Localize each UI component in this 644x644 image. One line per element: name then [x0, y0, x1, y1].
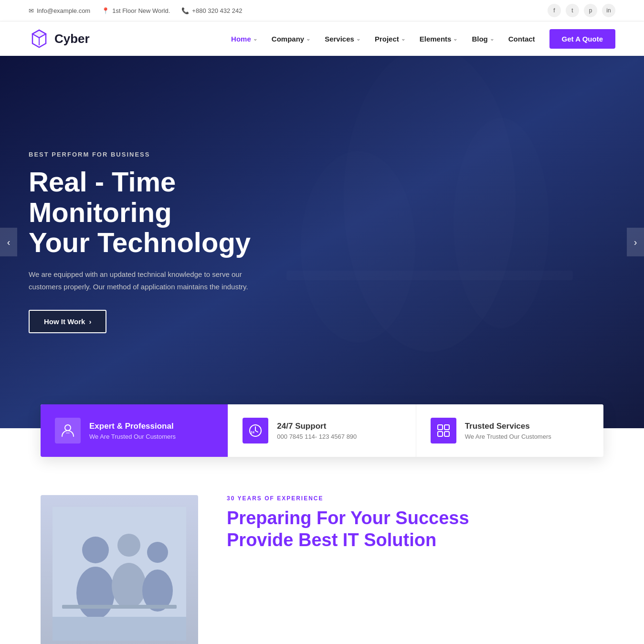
arrow-right-icon: › [89, 317, 91, 326]
nav-item-home[interactable]: Home ⌄ [231, 35, 257, 43]
feature-item-support: 24 24/7 Support 000 7845 114- 123 4567 8… [228, 404, 416, 457]
svg-point-17 [112, 563, 146, 609]
how-it-work-button[interactable]: How It Work › [29, 310, 106, 333]
phone-text: +880 320 432 242 [192, 7, 242, 14]
svg-point-18 [147, 542, 168, 563]
linkedin-icon[interactable]: in [602, 4, 615, 17]
arrow-left-icon: ‹ [7, 237, 11, 248]
chevron-down-icon: ⌄ [401, 36, 405, 42]
hero-prev-button[interactable]: ‹ [0, 228, 17, 256]
chevron-down-icon: ⌄ [356, 36, 360, 42]
chevron-down-icon: ⌄ [253, 36, 257, 42]
svg-text:24: 24 [251, 431, 254, 434]
hero-subtitle: BEST PERFORM FOR BUSINESS [29, 151, 306, 158]
top-bar-contact: ✉ Info@example.com 📍 1st Floor New World… [29, 7, 243, 14]
feature-desc-trusted: We Are Trusted Our Customers [465, 433, 551, 440]
clock-icon: 24 [248, 423, 263, 438]
expert-icon-box [55, 418, 81, 443]
svg-rect-12 [444, 432, 449, 436]
svg-rect-6 [66, 433, 70, 433]
feature-desc-support: 000 7845 114- 123 4567 890 [277, 433, 357, 440]
logo-text: Cyber [54, 32, 90, 46]
email-text: Info@example.com [37, 7, 90, 14]
chevron-down-icon: ⌄ [453, 36, 457, 42]
nav-item-contact[interactable]: Contact [508, 35, 535, 43]
feature-text-support: 24/7 Support 000 7845 114- 123 4567 890 [277, 422, 357, 440]
feature-title-trusted: Trusted Services [465, 422, 551, 431]
about-content: 30 YEARS OF EXPERIENCE Preparing For You… [227, 495, 603, 560]
arrow-right-icon: › [634, 237, 637, 248]
svg-rect-10 [444, 425, 449, 430]
phone-info: 📞 +880 320 432 242 [181, 7, 242, 14]
address-info: 📍 1st Floor New World. [102, 7, 170, 14]
social-links: f t p in [548, 4, 615, 17]
location-icon: 📍 [102, 7, 109, 14]
nav-item-company[interactable]: Company ⌄ [272, 35, 310, 43]
trusted-icon-box [431, 418, 456, 443]
pinterest-icon[interactable]: p [584, 4, 597, 17]
hero-section: ‹ BEST PERFORM FOR BUSINESS Real - Time … [0, 56, 644, 428]
support-icon-box: 24 [243, 418, 268, 443]
svg-point-15 [76, 567, 115, 619]
about-people-svg [53, 507, 186, 641]
features-bar: Expert & Professional We Are Trusted Our… [41, 404, 603, 457]
logo-icon [29, 28, 50, 49]
feature-item-expert: Expert & Professional We Are Trusted Our… [41, 404, 228, 457]
hero-title: Real - Time Monitoring Your Technology [29, 167, 306, 258]
about-image [41, 495, 198, 644]
settings-icon [436, 423, 451, 438]
feature-desc-expert: We Are Trusted Our Customers [89, 433, 176, 440]
about-label: 30 YEARS OF EXPERIENCE [227, 495, 603, 502]
about-section: 30 YEARS OF EXPERIENCE Preparing For You… [0, 457, 644, 644]
chevron-down-icon: ⌄ [490, 36, 494, 42]
svg-point-14 [82, 537, 109, 563]
about-people-placeholder [41, 495, 198, 644]
twitter-icon[interactable]: t [566, 4, 579, 17]
svg-rect-20 [53, 617, 186, 641]
feature-text-trusted: Trusted Services We Are Trusted Our Cust… [465, 422, 551, 440]
navbar: Cyber Home ⌄ Company ⌄ Services ⌄ Projec… [0, 21, 644, 56]
feature-text-expert: Expert & Professional We Are Trusted Our… [89, 422, 176, 440]
hero-content: BEST PERFORM FOR BUSINESS Real - Time Mo… [0, 151, 334, 333]
feature-title-expert: Expert & Professional [89, 422, 176, 431]
address-text: 1st Floor New World. [112, 7, 170, 14]
nav-item-blog[interactable]: Blog ⌄ [472, 35, 494, 43]
feature-item-trusted: Trusted Services We Are Trusted Our Cust… [416, 404, 603, 457]
svg-point-5 [65, 425, 71, 431]
logo[interactable]: Cyber [29, 28, 90, 49]
phone-icon: 📞 [181, 7, 189, 14]
get-quote-button[interactable]: Get A Quote [549, 29, 615, 49]
hero-description: We are equipped with an updated technica… [29, 268, 248, 293]
about-title: Preparing For Your Success Provide Best … [227, 507, 603, 551]
hero-next-button[interactable]: › [627, 228, 644, 256]
svg-point-16 [117, 534, 140, 557]
email-icon: ✉ [29, 7, 34, 14]
feature-title-support: 24/7 Support [277, 422, 357, 431]
nav-item-services[interactable]: Services ⌄ [325, 35, 360, 43]
chevron-down-icon: ⌄ [306, 36, 310, 42]
nav-links: Home ⌄ Company ⌄ Services ⌄ Project ⌄ El… [231, 29, 615, 49]
svg-rect-11 [438, 432, 443, 436]
email-info: ✉ Info@example.com [29, 7, 90, 14]
nav-item-elements[interactable]: Elements ⌄ [420, 35, 458, 43]
facebook-icon[interactable]: f [548, 4, 561, 17]
top-bar: ✉ Info@example.com 📍 1st Floor New World… [0, 0, 644, 21]
svg-rect-9 [438, 425, 443, 430]
svg-rect-21 [62, 605, 177, 609]
nav-item-project[interactable]: Project ⌄ [375, 35, 405, 43]
person-icon [60, 423, 75, 438]
